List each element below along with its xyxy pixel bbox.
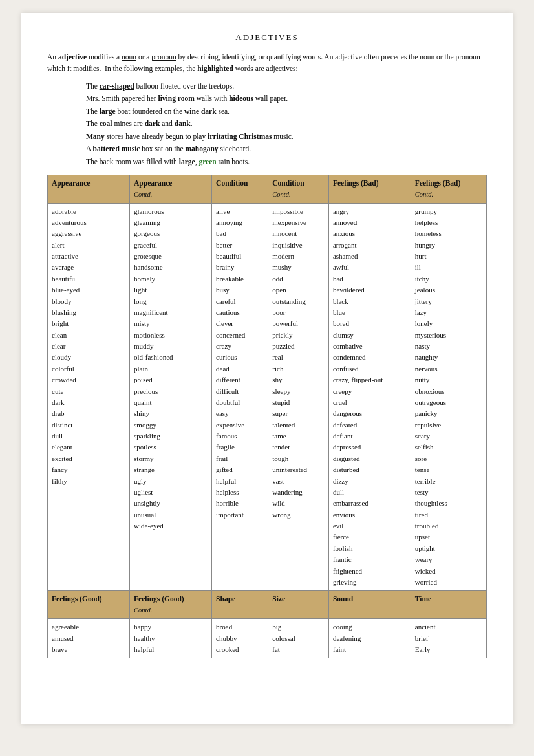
list-item: obnoxious — [415, 386, 482, 397]
list-item: cruel — [333, 397, 407, 408]
list-item: nervous — [415, 363, 482, 374]
list-item: dangerous — [333, 408, 407, 419]
list-item: deafening — [333, 633, 407, 644]
list-item: frantic — [333, 554, 407, 565]
list-item: tame — [272, 431, 325, 442]
list-item: excited — [52, 453, 125, 464]
list-item: jealous — [415, 285, 482, 296]
col-header-5: Feelings (Bad)Contd. — [411, 175, 486, 203]
list-item: embarrassed — [333, 498, 407, 509]
list-item: frail — [216, 453, 264, 464]
list-item: doubtful — [216, 397, 264, 408]
list-item: blue-eyed — [52, 285, 125, 296]
list-item: adorable — [52, 206, 125, 217]
list-item: curious — [216, 352, 264, 363]
list-item: worried — [415, 577, 482, 588]
bottom-col-words-3: bigcolossalfat — [268, 619, 329, 658]
list-item: hurt — [415, 251, 482, 262]
list-item: prickly — [272, 330, 325, 341]
col-words-2: aliveannoyingbadbetterbeautifulbrainybre… — [212, 203, 268, 591]
list-item: tender — [272, 442, 325, 453]
bottom-col-header-0: Feelings (Good) — [48, 591, 130, 619]
intro-text: An adjective modifies a noun or a pronou… — [47, 52, 487, 75]
col-words-0: adorableadventurousaggressivealertattrac… — [48, 203, 130, 591]
list-item: stupid — [272, 397, 325, 408]
list-item: unusual — [134, 510, 208, 521]
list-item: grumpy — [415, 206, 482, 217]
list-item: annoyed — [333, 217, 407, 228]
list-item: busy — [216, 285, 264, 296]
list-item: famous — [216, 431, 264, 442]
list-item: anxious — [333, 228, 407, 239]
list-item: helpless — [415, 217, 482, 228]
list-item: long — [134, 296, 208, 307]
list-item: jittery — [415, 296, 482, 307]
col-header-3: ConditionContd. — [268, 175, 329, 203]
list-item: sleepy — [272, 386, 325, 397]
adjectives-table: AppearanceAppearanceContd.ConditionCondi… — [47, 175, 487, 658]
list-item: mushy — [272, 262, 325, 273]
list-item: uptight — [415, 543, 482, 554]
list-item: smoggy — [134, 420, 208, 431]
list-item: bewildered — [333, 285, 407, 296]
list-item: crowded — [52, 374, 125, 385]
list-item: foolish — [333, 543, 407, 554]
list-item: crazy — [216, 341, 264, 352]
list-item: brave — [52, 644, 125, 655]
list-item: naughty — [415, 352, 482, 363]
list-item: crazy, flipped-out — [333, 374, 407, 385]
list-item: muddy — [134, 341, 208, 352]
list-item: wild — [272, 498, 325, 509]
list-item: attractive — [52, 251, 125, 262]
list-item: quaint — [134, 397, 208, 408]
list-item: amused — [52, 633, 125, 644]
list-item: modern — [272, 251, 325, 262]
list-item: upset — [415, 532, 482, 543]
list-item: brief — [415, 633, 482, 644]
list-item: nutty — [415, 374, 482, 385]
list-item: itchy — [415, 274, 482, 285]
list-item: ancient — [415, 621, 482, 632]
bottom-col-words-2: broadchubbycrooked — [212, 619, 268, 658]
list-item: crooked — [216, 644, 264, 655]
col-header-4: Feelings (Bad) — [328, 175, 411, 203]
list-item: fancy — [52, 464, 125, 475]
list-item: cooing — [333, 621, 407, 632]
list-item: arrogant — [333, 240, 407, 251]
list-item: helpless — [216, 487, 264, 498]
list-item: strange — [134, 464, 208, 475]
list-item: cloudy — [52, 352, 125, 363]
list-item: unsightly — [134, 498, 208, 509]
list-item: brainy — [216, 262, 264, 273]
list-item: concerned — [216, 330, 264, 341]
list-item: colossal — [272, 633, 325, 644]
list-item: bad — [216, 228, 264, 239]
list-item: different — [216, 374, 264, 385]
list-item: innocent — [272, 228, 325, 239]
col-header-0: Appearance — [48, 175, 130, 203]
list-item: defeated — [333, 420, 407, 431]
list-item: wide-eyed — [134, 521, 208, 532]
list-item: helpful — [134, 644, 208, 655]
list-item: mysterious — [415, 330, 482, 341]
page-title: ADJECTIVES — [47, 32, 487, 43]
bottom-col-words-4: cooingdeafeningfaint — [328, 619, 411, 658]
list-item: handsome — [134, 262, 208, 273]
list-item: impossible — [272, 206, 325, 217]
list-item: shiny — [134, 408, 208, 419]
list-item: testy — [415, 487, 482, 498]
list-item: inquisitive — [272, 240, 325, 251]
list-item: repulsive — [415, 420, 482, 431]
list-item: blue — [333, 307, 407, 318]
list-item: creepy — [333, 386, 407, 397]
list-item: magnificent — [134, 307, 208, 318]
list-item: misty — [134, 318, 208, 329]
col-words-1: glamorousgleaminggorgeousgracefulgrotesq… — [130, 203, 212, 591]
list-item: inexpensive — [272, 217, 325, 228]
list-item: open — [272, 285, 325, 296]
list-item: fragile — [216, 442, 264, 453]
list-item: dull — [333, 487, 407, 498]
list-item: annoying — [216, 217, 264, 228]
list-item: talented — [272, 420, 325, 431]
list-item: bloody — [52, 296, 125, 307]
